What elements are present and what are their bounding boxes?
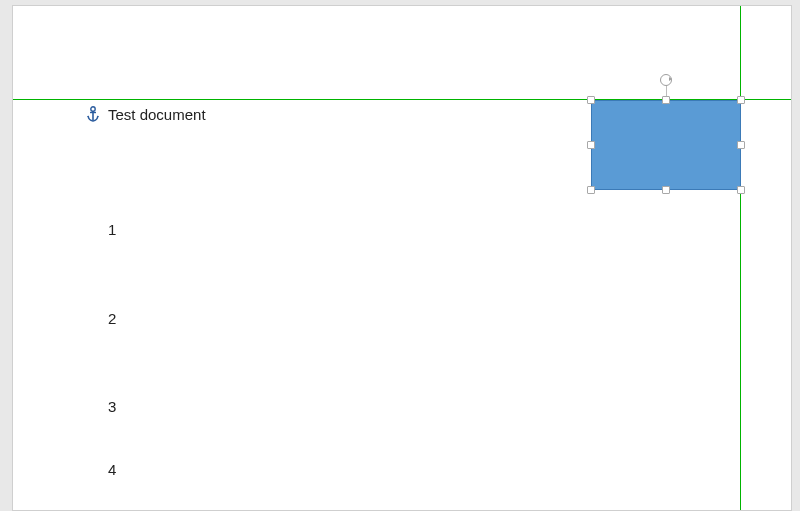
paragraph-line[interactable]: 4 — [108, 461, 116, 478]
paragraph-line[interactable]: 1 — [108, 221, 116, 238]
resize-handle-bottom-left[interactable] — [587, 186, 595, 194]
resize-handle-top-left[interactable] — [587, 96, 595, 104]
resize-handle-top-middle[interactable] — [662, 96, 670, 104]
rectangle-shape[interactable] — [591, 100, 741, 190]
document-title[interactable]: Test document — [108, 106, 206, 123]
paragraph-line[interactable]: 3 — [108, 398, 116, 415]
document-page[interactable]: Test document 1 2 3 4 — [12, 5, 792, 511]
anchor-icon — [86, 106, 100, 122]
shape-fill[interactable] — [591, 100, 741, 190]
alignment-guide-vertical — [740, 6, 741, 510]
resize-handle-top-right[interactable] — [737, 96, 745, 104]
resize-handle-middle-right[interactable] — [737, 141, 745, 149]
resize-handle-middle-left[interactable] — [587, 141, 595, 149]
resize-handle-bottom-right[interactable] — [737, 186, 745, 194]
svg-point-0 — [91, 107, 95, 111]
resize-handle-bottom-middle[interactable] — [662, 186, 670, 194]
rotation-handle[interactable] — [660, 74, 672, 86]
paragraph-line[interactable]: 2 — [108, 310, 116, 327]
